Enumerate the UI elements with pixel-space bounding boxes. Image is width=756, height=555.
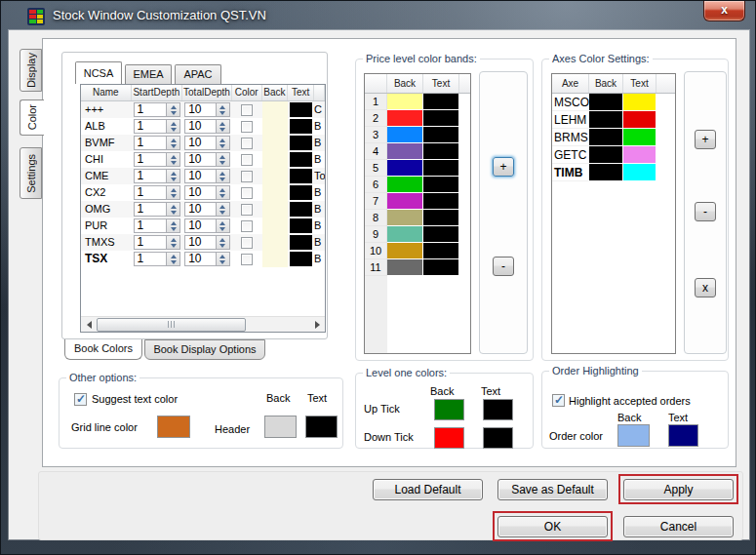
totaldepth-spinner[interactable]: 10 xyxy=(184,102,230,117)
price-band-row[interactable]: 6 xyxy=(365,177,470,193)
axe-row[interactable]: MSCO xyxy=(552,94,675,111)
startdepth-spinner[interactable]: 1 xyxy=(134,185,181,200)
spinner-arrows[interactable] xyxy=(216,219,229,232)
horizontal-scrollbar[interactable] xyxy=(81,316,325,332)
table-row[interactable]: PUR 1 10 xyxy=(81,218,325,234)
delete-axe-button[interactable]: x xyxy=(695,278,716,297)
text-color-cell[interactable] xyxy=(288,135,314,151)
band-text-swatch[interactable] xyxy=(423,160,459,177)
startdepth-spinner[interactable]: 1 xyxy=(134,169,181,183)
text-color-cell[interactable] xyxy=(288,168,314,184)
text-color-cell[interactable] xyxy=(288,201,314,218)
band-text-swatch[interactable] xyxy=(423,127,459,143)
remove-axe-button[interactable]: - xyxy=(695,202,716,221)
band-text-swatch[interactable] xyxy=(423,259,459,276)
region-tab-emea[interactable]: EMEA xyxy=(125,64,172,84)
scrollbar-track[interactable] xyxy=(97,317,309,333)
down-tick-back-swatch[interactable] xyxy=(434,427,464,449)
axe-back-swatch[interactable] xyxy=(589,94,623,111)
text-color-cell[interactable] xyxy=(288,101,314,118)
cancel-button[interactable]: Cancel xyxy=(623,516,734,537)
price-band-row[interactable]: 10 xyxy=(365,243,470,259)
axe-back-swatch[interactable] xyxy=(589,129,623,146)
table-row[interactable]: CHI 1 10 xyxy=(81,151,325,168)
text-color-cell[interactable] xyxy=(288,251,314,267)
spinner-arrows[interactable] xyxy=(166,219,179,232)
spinner-arrows[interactable] xyxy=(216,253,229,265)
tab-book-colors[interactable]: Book Colors xyxy=(64,339,142,360)
add-axe-button[interactable]: + xyxy=(695,130,716,149)
axe-row[interactable]: LEHM xyxy=(552,111,675,129)
back-color-cell[interactable] xyxy=(262,201,289,218)
region-tab-apac[interactable]: APAC xyxy=(175,64,221,84)
price-band-row[interactable]: 11 xyxy=(365,259,470,276)
spinner-arrows[interactable] xyxy=(216,186,229,199)
spinner-arrows[interactable] xyxy=(166,137,179,149)
back-color-cell[interactable] xyxy=(262,218,289,234)
text-color-cell[interactable] xyxy=(288,118,314,135)
price-band-row[interactable]: 5 xyxy=(365,160,470,177)
axe-text-swatch[interactable] xyxy=(623,94,657,111)
color-checkbox[interactable] xyxy=(241,204,253,216)
price-band-row[interactable]: 3 xyxy=(365,127,470,143)
order-back-swatch[interactable] xyxy=(617,424,650,447)
totaldepth-spinner[interactable]: 10 xyxy=(184,152,230,167)
text-color-cell[interactable] xyxy=(288,234,314,251)
load-default-button[interactable]: Load Default xyxy=(373,479,483,500)
band-back-swatch[interactable] xyxy=(387,110,423,127)
spinner-arrows[interactable] xyxy=(216,203,229,216)
band-back-swatch[interactable] xyxy=(387,127,423,143)
close-button[interactable]: x xyxy=(703,1,745,21)
column-header-text[interactable]: Text xyxy=(288,85,314,100)
color-checkbox[interactable] xyxy=(241,154,253,166)
startdepth-spinner[interactable]: 1 xyxy=(134,202,181,217)
band-text-swatch[interactable] xyxy=(423,94,459,110)
color-checkbox[interactable] xyxy=(241,237,253,249)
band-back-swatch[interactable] xyxy=(387,177,423,193)
axe-back-swatch[interactable] xyxy=(589,111,623,129)
scroll-left-arrow-icon[interactable] xyxy=(81,317,97,333)
column-header-back[interactable]: Back xyxy=(262,85,289,100)
band-text-swatch[interactable] xyxy=(423,226,459,243)
down-tick-text-swatch[interactable] xyxy=(483,427,513,449)
spinner-arrows[interactable] xyxy=(166,170,179,182)
spinner-arrows[interactable] xyxy=(166,253,179,265)
scrollbar-thumb[interactable] xyxy=(97,318,246,332)
band-back-swatch[interactable] xyxy=(387,160,423,177)
band-back-swatch[interactable] xyxy=(387,143,423,160)
startdepth-spinner[interactable]: 1 xyxy=(134,136,181,150)
band-text-swatch[interactable] xyxy=(423,210,459,226)
add-band-button[interactable]: + xyxy=(493,157,514,177)
spinner-arrows[interactable] xyxy=(166,186,179,199)
header-text-swatch[interactable] xyxy=(305,416,338,438)
band-text-swatch[interactable] xyxy=(423,143,459,160)
up-tick-text-swatch[interactable] xyxy=(483,399,513,420)
axe-row[interactable]: BRMS xyxy=(552,129,675,146)
table-row[interactable]: CME 1 10 xyxy=(81,168,325,184)
totaldepth-spinner[interactable]: 10 xyxy=(184,119,230,134)
text-color-cell[interactable] xyxy=(288,218,314,234)
startdepth-spinner[interactable]: 1 xyxy=(134,235,181,250)
remove-band-button[interactable]: - xyxy=(493,257,514,276)
spinner-arrows[interactable] xyxy=(216,137,229,149)
price-band-row[interactable]: 2 xyxy=(365,110,470,127)
back-color-cell[interactable] xyxy=(262,118,289,135)
axe-back-swatch[interactable] xyxy=(589,146,623,164)
totaldepth-spinner[interactable]: 10 xyxy=(184,235,230,250)
axe-text-swatch[interactable] xyxy=(623,129,657,146)
color-checkbox[interactable] xyxy=(241,220,253,232)
axe-row[interactable]: GETC xyxy=(552,146,675,164)
spinner-arrows[interactable] xyxy=(166,203,179,216)
title-bar[interactable]: Stock Window Customization QST.VN x xyxy=(1,1,755,30)
suggest-text-color-checkbox[interactable] xyxy=(74,393,87,406)
color-checkbox[interactable] xyxy=(241,138,253,149)
axe-text-swatch[interactable] xyxy=(623,146,657,164)
spinner-arrows[interactable] xyxy=(216,236,229,249)
back-color-cell[interactable] xyxy=(262,135,289,151)
spinner-arrows[interactable] xyxy=(166,120,179,133)
startdepth-spinner[interactable]: 1 xyxy=(134,119,181,134)
table-row[interactable]: TMXS 1 10 xyxy=(81,234,325,251)
table-row[interactable]: +++ 1 10 xyxy=(81,101,325,118)
color-checkbox[interactable] xyxy=(241,171,253,182)
save-as-default-button[interactable]: Save as Default xyxy=(497,479,608,500)
